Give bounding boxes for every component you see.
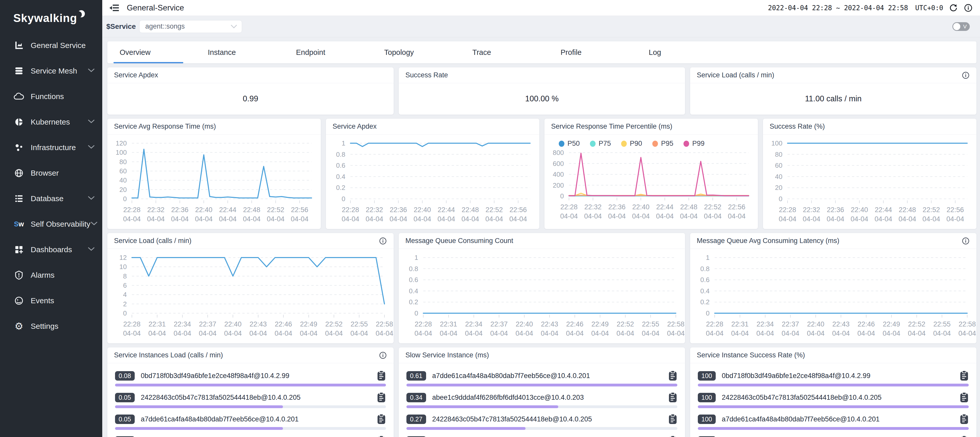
service-select[interactable]: agent::songs (139, 20, 242, 33)
info-icon[interactable] (379, 351, 387, 359)
svg-text:600: 600 (553, 160, 564, 168)
sidebar-item-functions[interactable]: Functions (0, 84, 102, 109)
filter-bar: $Service agent::songs V (102, 16, 980, 37)
svg-text:0.6: 0.6 (700, 276, 710, 283)
svg-text:22:28: 22:28 (706, 320, 723, 328)
sidebar-item-settings[interactable]: ⚙Settings (0, 314, 102, 339)
tab-log[interactable]: Log (636, 41, 725, 63)
info-icon[interactable] (379, 237, 387, 245)
dashboard-tabs: OverviewInstanceEndpointTopologyTracePro… (107, 41, 977, 63)
instance-name: 0bd718f0b3df49a6bfe1e2ce48f98a4f@10.4.2.… (722, 372, 959, 380)
svg-text:22:37: 22:37 (199, 320, 216, 328)
legend-entry-p99[interactable]: P99 (684, 139, 705, 147)
svg-text:04-04: 04-04 (440, 329, 457, 337)
legend-entry-p75[interactable]: P75 (590, 139, 611, 147)
svg-text:100: 100 (116, 149, 127, 156)
list-item: 100 24228463c05b47c7813fa502544418eb@10.… (698, 392, 969, 408)
progress-bar (406, 427, 525, 430)
clipboard-icon[interactable] (668, 370, 677, 382)
clipboard-icon[interactable] (959, 370, 969, 382)
svg-text:04-04: 04-04 (465, 329, 483, 337)
svg-text:200: 200 (553, 182, 564, 189)
card-title: Service Response Time Percentile (ms) (551, 122, 672, 130)
sidebar-item-general-service[interactable]: General Service (0, 33, 102, 58)
clipboard-icon[interactable] (668, 392, 677, 403)
clipboard-icon[interactable] (377, 413, 386, 425)
card-header: Service Load (calls / min) (107, 233, 394, 249)
tab-endpoint[interactable]: Endpoint (284, 41, 372, 63)
svg-text:22:40: 22:40 (224, 320, 242, 328)
clipboard-icon[interactable] (377, 370, 386, 382)
line-chart: 02040608010022:2804-0422:3204-0422:3604-… (763, 135, 977, 228)
sidebar-item-database[interactable]: Database (0, 186, 102, 211)
svg-text:22:56: 22:56 (947, 206, 964, 214)
svg-text:22:46: 22:46 (275, 320, 292, 328)
chart-card-service-apdex: Service Apdex 00.20.40.60.8122:2804-0422… (326, 119, 539, 229)
sidebar-item-infrastructure[interactable]: Infrastructure (0, 135, 102, 160)
svg-text:22:32: 22:32 (803, 206, 820, 214)
svg-text:22:40: 22:40 (515, 320, 533, 328)
chart-row-1: Service Avg Response Time (ms) 020406080… (107, 119, 977, 229)
svg-text:8: 8 (123, 272, 127, 280)
clipboard-icon[interactable] (959, 392, 969, 403)
svg-text:22:37: 22:37 (782, 320, 799, 328)
svg-text:04-04: 04-04 (148, 329, 166, 337)
info-icon[interactable] (962, 237, 970, 245)
svg-text:22:43: 22:43 (541, 320, 558, 328)
svg-text:22:36: 22:36 (171, 206, 189, 214)
sw-icon: Sw (14, 219, 24, 229)
time-range-picker[interactable]: 2022-04-04 22:28 ~ 2022-04-04 22:58 (768, 4, 908, 12)
svg-text:400: 400 (553, 171, 564, 178)
value-badge: 100 (698, 393, 716, 402)
toggle-knob (953, 23, 960, 30)
tab-topology[interactable]: Topology (372, 41, 460, 63)
alert-icon (14, 270, 24, 280)
svg-text:04-04: 04-04 (375, 329, 393, 337)
logo-text: Skywalking (13, 12, 77, 24)
legend-entry-p90[interactable]: P90 (621, 139, 642, 147)
tab-trace[interactable]: Trace (460, 41, 548, 63)
svg-text:0.8: 0.8 (700, 265, 710, 272)
svg-text:22:40: 22:40 (195, 206, 212, 214)
info-icon[interactable] (964, 3, 973, 13)
sidebar-item-kubernetes[interactable]: Kubernetes (0, 109, 102, 135)
tab-overview[interactable]: Overview (107, 41, 196, 63)
svg-text:04-04: 04-04 (173, 329, 191, 337)
list-item: 0.61 a7dde61ca4fa48a4b80dab7f7eeb56ce@10… (406, 370, 677, 386)
legend-label: P50 (568, 139, 580, 147)
svg-text:80: 80 (119, 158, 127, 166)
value-badge: 0.08 (115, 371, 135, 381)
sidebar-item-self-observability[interactable]: SwSelf Observability (0, 211, 102, 237)
sidebar-item-alarms[interactable]: Alarms (0, 263, 102, 288)
svg-text:1: 1 (415, 254, 418, 261)
svg-text:04-04: 04-04 (195, 215, 213, 223)
clipboard-icon[interactable] (377, 392, 386, 403)
sidebar-item-dashboards[interactable]: Dashboards (0, 237, 102, 263)
instance-list: 0.08 0bd718f0b3df49a6bfe1e2ce48f98a4f@10… (107, 363, 394, 437)
tab-profile[interactable]: Profile (548, 41, 636, 63)
svg-text:2: 2 (123, 300, 127, 308)
legend-entry-p50[interactable]: P50 (559, 139, 580, 147)
clipboard-icon[interactable] (668, 413, 677, 425)
info-icon[interactable] (962, 71, 970, 79)
svg-text:0: 0 (779, 195, 783, 203)
clipboard-icon[interactable] (377, 435, 386, 437)
svg-text:22:52: 22:52 (486, 206, 503, 214)
version-toggle[interactable]: V (952, 22, 970, 31)
sidebar-item-browser[interactable]: Browser (0, 160, 102, 186)
clipboard-icon[interactable] (959, 435, 969, 437)
refresh-icon[interactable] (949, 3, 958, 13)
menu-fold-icon[interactable] (109, 3, 120, 13)
legend-entry-p95[interactable]: P95 (652, 139, 673, 147)
card-title: Slow Service Instance (ms) (406, 351, 489, 359)
svg-text:04-04: 04-04 (171, 215, 189, 223)
svg-text:22:32: 22:32 (584, 203, 602, 211)
instance-list-card-slow-service-instance-ms: Slow Service Instance (ms) 0.61 a7dde61c… (399, 347, 685, 437)
clipboard-icon[interactable] (668, 435, 677, 437)
clipboard-icon[interactable] (959, 413, 969, 425)
sidebar-item-events[interactable]: Events (0, 288, 102, 314)
svg-text:22:58: 22:58 (959, 320, 976, 328)
tab-instance[interactable]: Instance (196, 41, 284, 63)
sidebar-item-service-mesh[interactable]: Service Mesh (0, 58, 102, 84)
svg-text:22:58: 22:58 (667, 320, 684, 328)
